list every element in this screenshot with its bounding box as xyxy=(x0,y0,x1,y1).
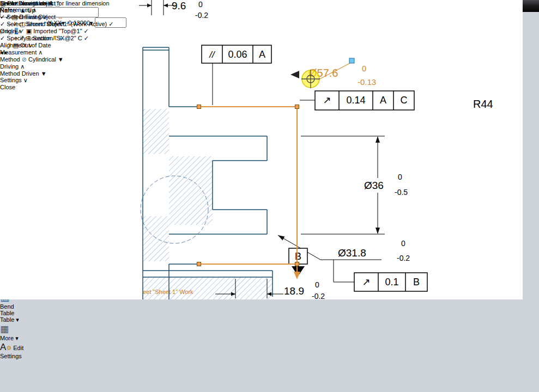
dim-18-9-tol-lo[interactable]: -0.2 xyxy=(312,292,325,299)
fcf2-symbol[interactable]: ↗ xyxy=(323,95,331,106)
fcf2-datum-c[interactable]: C xyxy=(401,95,408,106)
checkmark-icon: ✓ xyxy=(84,35,89,41)
nx-window: ▦ ▤ ↶ ↷ ✂ ⧉ ▥ ⚙ ▣ ❑ Window ▾ NX 10 - Dra… xyxy=(0,0,539,392)
driving-method-value: Driven xyxy=(22,70,39,77)
measurement-section-header[interactable]: Measurement ∧ xyxy=(0,49,72,56)
origin-label: Origin xyxy=(0,28,16,34)
references-section-header[interactable]: References ∧ xyxy=(0,7,72,14)
checkmark-icon: ✓ xyxy=(0,21,5,27)
plane-icon: ⊕ xyxy=(58,35,63,41)
close-label: Close xyxy=(0,84,15,90)
collapse-chevron-icon: ∧ xyxy=(32,7,37,13)
dimension-object-icon: ↔ xyxy=(57,14,63,20)
fcf2-value[interactable]: 0.14 xyxy=(346,95,365,106)
edit-settings-button[interactable]: A⚙ Edit Settings xyxy=(0,342,25,359)
dim-31-8-tol-lo[interactable]: -0.2 xyxy=(397,254,410,262)
close-button[interactable]: Close xyxy=(0,84,72,90)
collapse-chevron-icon: ∧ xyxy=(17,28,22,34)
select-first-object-label: Select First Object xyxy=(7,14,56,20)
more-icon: ▦ xyxy=(0,324,9,334)
expand-chevron-icon: ∨ xyxy=(23,77,28,83)
checkmark-icon: ✓ xyxy=(0,35,5,41)
datum-b-label[interactable]: B xyxy=(295,251,301,262)
dimension-object-icon: ↔ xyxy=(66,21,72,27)
references-label: References xyxy=(0,7,31,13)
method-label: Method xyxy=(0,56,20,63)
collapse-chevron-icon: ∧ xyxy=(20,63,25,70)
dropdown-arrow-icon: ▼ xyxy=(41,70,47,77)
settings-group: A⚙ Edit Settings xyxy=(0,342,71,359)
specify-location-button[interactable]: A xyxy=(52,35,57,41)
dim-18-9-tol-hi[interactable]: 0 xyxy=(315,280,319,289)
fcf1-datum[interactable]: A xyxy=(259,49,265,60)
fcf2-datum-a[interactable]: A xyxy=(380,95,386,106)
fcf1-value[interactable]: 0.06 xyxy=(228,49,247,60)
select-second-object-row[interactable]: ✓ Select Second Object ↔ xyxy=(0,21,72,28)
sheet-status-label: eet "Sheet 1" Work xyxy=(143,289,193,295)
dim-36-text[interactable]: Ø36 xyxy=(364,180,384,191)
table-group-label: Table xyxy=(0,316,14,323)
checkmark-icon: ✓ xyxy=(84,28,89,34)
dim-31-8-tol-hi[interactable]: 0 xyxy=(401,239,405,248)
dim-9-6-tol-lo[interactable]: -0.2 xyxy=(195,11,208,20)
dropdown-arrow-icon: ▾ xyxy=(16,316,19,323)
table-group-label-bar[interactable]: Table ▾ xyxy=(0,316,71,323)
driving-method-dropdown[interactable]: Driven ▼ xyxy=(22,70,47,77)
expand-chevron-icon: ∨ xyxy=(28,42,33,48)
status-bar: Select second object for linear dimensio… xyxy=(0,0,110,7)
linear-dimension-dialog: Linear Dimension × References ∧ ✓ Select… xyxy=(0,0,72,90)
method-label: Method xyxy=(0,70,20,77)
dim-9-6-text[interactable]: 9.6 xyxy=(172,0,186,11)
dim-31-8-text[interactable]: Ø31.8 xyxy=(338,247,366,259)
measurement-label: Measurement xyxy=(0,49,37,56)
dropdown-arrow-icon: ▼ xyxy=(58,56,64,63)
status-message: Select second object for linear dimensio… xyxy=(0,0,110,7)
measurement-method-row: Method ⊘ Cylindrical ▼ xyxy=(0,56,72,63)
attachment-point-handle[interactable] xyxy=(349,58,354,63)
driving-method-row: Method Driven ▼ xyxy=(0,70,72,77)
fcf3-symbol[interactable]: ↗ xyxy=(362,277,370,287)
specify-location-label: Specify Location xyxy=(7,35,51,41)
specify-location-row[interactable]: ✓ Specify Location A ⊕ xyxy=(0,35,72,42)
edit-settings-icon: A⚙ xyxy=(0,342,11,352)
select-second-object-label: Select Second Object xyxy=(7,21,64,27)
alignment-subsection[interactable]: Alignment ∨ xyxy=(0,42,72,49)
fcf3-value[interactable]: 0.1 xyxy=(385,277,398,287)
dropdown-arrow-icon: ▾ xyxy=(15,335,19,341)
select-first-object-row[interactable]: ✓ Select First Object ↔ xyxy=(0,14,72,21)
measurement-method-value: Cylindrical xyxy=(28,56,56,63)
alignment-label: Alignment xyxy=(0,42,27,48)
settings-section-header[interactable]: Settings ∨ xyxy=(0,77,72,84)
plane-button[interactable]: ⊕ xyxy=(58,35,63,41)
dim-57-6-tol-lo[interactable]: -0.13 xyxy=(358,77,376,87)
more-group: ▦ More ▾ xyxy=(0,323,71,342)
checkmark-icon: ✓ xyxy=(0,14,5,20)
driving-label: Driving xyxy=(0,63,19,70)
measurement-method-dropdown[interactable]: ⊘ Cylindrical ▼ xyxy=(22,56,64,63)
dim-9-6-tol-hi[interactable]: 0 xyxy=(198,0,203,9)
cylindrical-icon: ⊘ xyxy=(22,56,27,63)
settings-label: Settings xyxy=(0,77,22,83)
bend-table-label: Bend Table xyxy=(0,303,14,316)
dim-r44-text[interactable]: R44 xyxy=(473,98,493,110)
collapse-chevron-icon: ∧ xyxy=(38,49,43,56)
origin-section-header[interactable]: Origin ∧ xyxy=(0,28,72,35)
checkmark-icon: ✓ xyxy=(108,21,113,27)
select-first-object-button[interactable]: ↔ xyxy=(57,14,63,20)
more-button[interactable]: ▦ More ▾ xyxy=(0,323,19,342)
driving-section-header[interactable]: Driving ∧ xyxy=(0,63,72,70)
dim-36-tol-lo[interactable]: -0.5 xyxy=(395,188,408,197)
dim-18-9-text[interactable]: 18.9 xyxy=(284,285,304,297)
more-label: More xyxy=(0,335,14,341)
select-second-object-button[interactable]: ↔ xyxy=(66,21,72,27)
fcf3-datum[interactable]: B xyxy=(413,277,420,287)
dim-36-tol-hi[interactable]: 0 xyxy=(398,173,402,181)
dim-57-6-tol-hi[interactable]: 0 xyxy=(362,64,366,73)
location-icon: A xyxy=(52,35,57,41)
